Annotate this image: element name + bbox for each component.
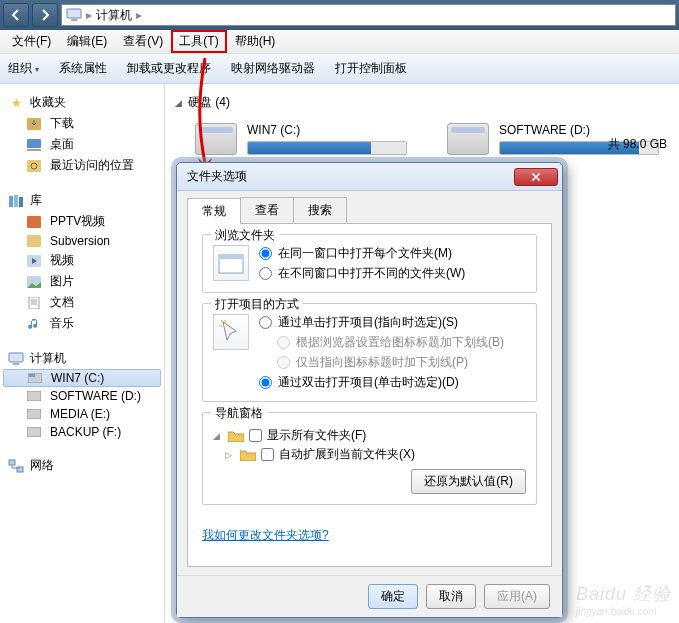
sidebar-item-recent[interactable]: 最近访问的位置 [0,155,164,176]
radio-own-window[interactable]: 在不同窗口中打开不同的文件夹(W) [259,265,465,282]
menu-help[interactable]: 帮助(H) [227,30,284,53]
folder-icon [228,430,244,442]
storage-total-label: 共 98.0 GB [608,136,667,153]
radio-underline-browser: 根据浏览器设置给图标标题加下划线(B) [259,334,504,351]
sidebar-item-label: 下载 [50,115,74,132]
sidebar-label: 网络 [30,457,54,474]
folder-options-dialog: 文件夹选项 常规 查看 搜索 浏览文件夹 在同一窗口中打开每个文件夹(M) 在不… [176,162,563,618]
download-icon [26,117,42,131]
checkbox-label: 自动扩展到当前文件夹(X) [279,446,415,463]
sidebar-item-desktop[interactable]: 桌面 [0,134,164,155]
document-icon [26,296,42,310]
radio-same-window[interactable]: 在同一窗口中打开每个文件夹(M) [259,245,465,262]
dialog-close-button[interactable] [514,168,558,186]
picture-icon [26,275,42,289]
tab-view[interactable]: 查看 [240,197,294,223]
sidebar-item-music[interactable]: 音乐 [0,313,164,334]
radio-input [277,336,290,349]
radio-input[interactable] [259,247,272,260]
sidebar-label: 库 [30,192,42,209]
checkbox-auto-expand[interactable] [261,448,274,461]
sidebar-item-videos[interactable]: 视频 [0,250,164,271]
svg-rect-4 [27,149,41,151]
cancel-button[interactable]: 取消 [426,584,476,609]
sidebar-header-computer[interactable]: 计算机 [0,348,164,369]
apply-button[interactable]: 应用(A) [484,584,550,609]
dialog-tabs: 常规 查看 搜索 [187,197,552,224]
sidebar-item-drive-f[interactable]: BACKUP (F:) [0,423,164,441]
checkbox-show-all-folders[interactable] [249,429,262,442]
sidebar-item-drive-c[interactable]: WIN7 (C:) [3,369,161,387]
fieldset-legend: 打开项目的方式 [211,296,303,313]
sidebar-network: 网络 [0,455,164,476]
dialog-titlebar[interactable]: 文件夹选项 [177,163,562,191]
tool-uninstall[interactable]: 卸载或更改程序 [127,56,211,81]
menu-file[interactable]: 文件(F) [4,30,59,53]
svg-rect-15 [29,297,39,309]
ok-button[interactable]: 确定 [368,584,418,609]
svg-rect-8 [14,195,18,207]
fieldset-click-items: 打开项目的方式 通过单击打开项目(指向时选定)(S) 根据浏览器设置给图标标题加… [202,303,537,402]
menu-edit[interactable]: 编辑(E) [59,30,115,53]
tree-expand-icon[interactable]: ▷ [225,450,235,460]
music-icon [26,317,42,331]
disk-item-c[interactable]: WIN7 (C:) [195,123,407,155]
sidebar-item-pictures[interactable]: 图片 [0,271,164,292]
tool-control-panel[interactable]: 打开控制面板 [335,56,407,81]
radio-input[interactable] [259,376,272,389]
radio-double-click[interactable]: 通过双击打开项目(单击时选定)(D) [259,374,504,391]
sidebar-header-network[interactable]: 网络 [0,455,164,476]
drive-icon [26,425,42,439]
tab-general[interactable]: 常规 [187,198,241,224]
sidebar-header-libraries[interactable]: 库 [0,190,164,211]
sidebar-item-drive-e[interactable]: MEDIA (E:) [0,405,164,423]
nav-sidebar: ★ 收藏夹 下载 桌面 最近访问的位置 库 PPTV视频 Subversio [0,84,165,623]
tool-organize[interactable]: 组织 [8,56,39,81]
disk-label: WIN7 (C:) [247,123,407,137]
radio-input[interactable] [259,267,272,280]
sidebar-item-label: PPTV视频 [50,213,105,230]
sidebar-item-docs[interactable]: 文档 [0,292,164,313]
sidebar-item-drive-d[interactable]: SOFTWARE (D:) [0,387,164,405]
svg-rect-17 [13,363,19,365]
menu-view[interactable]: 查看(V) [115,30,171,53]
restore-defaults-button[interactable]: 还原为默认值(R) [411,469,526,494]
tab-panel-general: 浏览文件夹 在同一窗口中打开每个文件夹(M) 在不同窗口中打开不同的文件夹(W)… [187,224,552,567]
svg-rect-0 [67,9,81,18]
menu-bar: 文件(F) 编辑(E) 查看(V) 工具(T) 帮助(H) [0,30,679,54]
drive-icon [26,407,42,421]
help-link[interactable]: 我如何更改文件夹选项? [202,527,329,544]
window-titlebar: ▸ 计算机 ▸ [0,0,679,30]
navpane-row-auto-expand: ▷ 自动扩展到当前文件夹(X) [213,446,526,463]
tool-system-properties[interactable]: 系统属性 [59,56,107,81]
library-icon [8,194,24,208]
drive-icon [447,123,489,155]
sidebar-header-favorites[interactable]: ★ 收藏夹 [0,92,164,113]
svg-rect-3 [27,139,41,148]
sidebar-item-svn[interactable]: Subversion [0,232,164,250]
dialog-body: 常规 查看 搜索 浏览文件夹 在同一窗口中打开每个文件夹(M) 在不同窗口中打开… [177,191,562,575]
sidebar-item-pptv[interactable]: PPTV视频 [0,211,164,232]
svg-rect-22 [27,427,41,437]
sidebar-item-label: 视频 [50,252,74,269]
radio-underline-hover: 仅当指向图标标题时加下划线(P) [259,354,504,371]
radio-label: 通过双击打开项目(单击时选定)(D) [278,374,459,391]
tab-search[interactable]: 搜索 [293,197,347,223]
fieldset-browse-folders: 浏览文件夹 在同一窗口中打开每个文件夹(M) 在不同窗口中打开不同的文件夹(W) [202,234,537,293]
network-icon [8,459,24,473]
radio-label: 通过单击打开项目(指向时选定)(S) [278,314,458,331]
nav-back-button[interactable] [3,3,29,27]
nav-fwd-button[interactable] [32,3,58,27]
svg-rect-10 [27,216,41,228]
address-bar[interactable]: ▸ 计算机 ▸ [61,4,676,26]
tree-collapse-icon[interactable]: ◢ [213,431,223,441]
sidebar-item-downloads[interactable]: 下载 [0,113,164,134]
tool-map-drive[interactable]: 映射网络驱动器 [231,56,315,81]
navpane-row-show-all: ◢ 显示所有文件夹(F) [213,427,526,444]
disks-group-header[interactable]: 硬盘 (4) [175,90,669,115]
radio-single-click[interactable]: 通过单击打开项目(指向时选定)(S) [259,314,504,331]
menu-tools[interactable]: 工具(T) [171,30,226,53]
sidebar-item-label: 图片 [50,273,74,290]
radio-input[interactable] [259,316,272,329]
folder-icon [26,234,42,248]
